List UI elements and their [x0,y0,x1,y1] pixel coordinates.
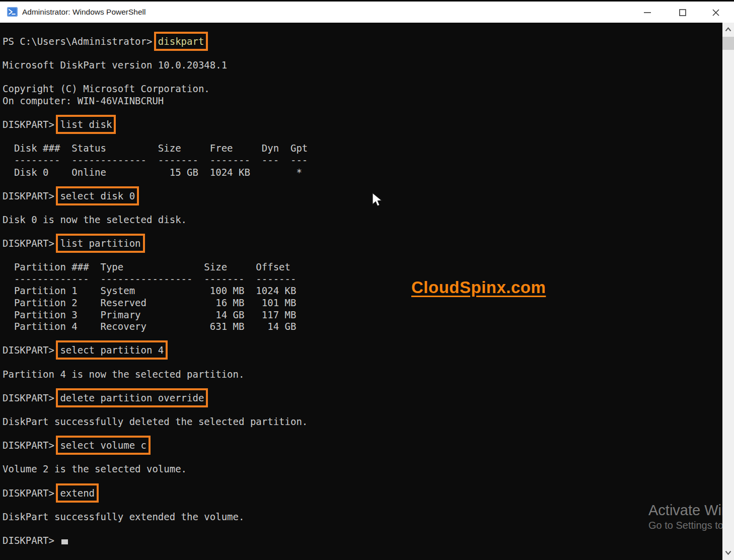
chevron-up-icon [725,27,731,32]
scroll-up-button[interactable] [722,24,734,36]
terminal-line: Disk 0 Online 15 GB 1024 KB * [3,167,308,179]
terminal-line: DISKPART> select disk 0 [3,190,308,202]
highlighted-command: diskpart [158,36,204,47]
terminal-line: Copyright (C) Microsoft Corporation. [3,83,308,95]
activate-windows-text: Activate Windows [648,502,734,519]
terminal-line: Disk 0 is now the selected disk. [3,214,308,226]
title-bar: Administrator: Windows PowerShell [0,2,734,23]
terminal-line: Partition ### Type Size Offset [3,261,308,273]
terminal-line: DISKPART> list partition [3,238,308,250]
terminal-line [3,499,308,511]
terminal-line [3,107,308,119]
terminal-line [3,226,308,238]
terminal-line: Microsoft DiskPart version 10.0.20348.1 [3,59,308,72]
scroll-down-button[interactable] [722,547,734,559]
terminal-line: Volume 2 is the selected volume. [3,463,308,475]
terminal-line [3,333,308,345]
terminal-line [3,72,308,84]
text-cursor [61,539,68,544]
terminal[interactable]: PS C:\Users\Administrator> diskpart Micr… [0,23,734,560]
terminal-line [3,404,308,416]
window-title: Administrator: Windows PowerShell [22,2,146,23]
activate-windows-subtext: Go to Settings to activate Windows. [648,520,734,531]
highlighted-command: select partition 4 [60,344,164,356]
terminal-line: DISKPART> delete partition override [3,392,308,404]
terminal-line: DISKPART> extend [3,487,308,500]
terminal-line: DiskPart successfully deleted the select… [3,416,308,428]
prompt: DISKPART> [3,440,60,451]
close-icon [712,9,720,17]
highlighted-command: extend [60,487,95,499]
highlighted-command: select volume c [60,440,146,451]
terminal-line: DISKPART> select partition 4 [3,344,308,357]
highlighted-command: select disk 0 [60,190,135,201]
scrollbar[interactable] [722,23,734,560]
terminal-line [3,202,308,214]
prompt: PS C:\Users\Administrator> [3,36,158,47]
highlighted-command: list disk [60,119,112,130]
terminal-line [3,452,308,464]
highlighted-command: list partition [60,238,140,249]
arrow-cursor-icon [372,192,384,211]
terminal-line [3,178,308,190]
maximize-button[interactable] [671,2,694,23]
prompt: DISKPART> [3,535,60,546]
terminal-line: -------- ------------- ------- ------- -… [3,155,308,167]
terminal-line [3,523,308,535]
terminal-line [3,357,308,369]
prompt: DISKPART> [3,392,60,403]
powershell-icon [7,7,18,17]
scrollbar-thumb[interactable] [722,37,734,50]
site-watermark: CloudSpinx.com [411,278,546,297]
terminal-line [3,48,308,60]
terminal-line: Partition 4 is now the selected partitio… [3,369,308,381]
terminal-line: DISKPART> select volume c [3,440,308,452]
highlighted-command: delete partition override [60,392,204,403]
terminal-line: Disk ### Status Size Free Dyn Gpt [3,143,308,155]
terminal-line: Partition 3 Primary 14 GB 117 MB [3,309,308,321]
chevron-down-icon [725,550,731,555]
terminal-output: PS C:\Users\Administrator> diskpart Micr… [3,36,308,547]
maximize-icon [679,9,687,17]
terminal-line [3,380,308,392]
terminal-line: Partition 2 Reserved 16 MB 101 MB [3,297,308,309]
prompt: DISKPART> [3,487,60,499]
terminal-line: DISKPART> list disk [3,119,308,131]
close-button[interactable] [704,2,727,23]
terminal-line: Partition 1 System 100 MB 1024 KB [3,285,308,297]
terminal-line: DISKPART> [3,535,308,547]
terminal-line: On computer: WIN-46VAINBCRUH [3,95,308,107]
prompt: DISKPART> [3,238,60,249]
terminal-line [3,131,308,143]
minimize-icon [643,9,651,17]
terminal-line: PS C:\Users\Administrator> diskpart [3,36,308,48]
prompt: DISKPART> [3,190,60,201]
prompt: DISKPART> [3,119,60,130]
terminal-line [3,250,308,262]
terminal-line [3,428,308,440]
terminal-line: DiskPart successfully extended the volum… [3,511,308,523]
minimize-button[interactable] [635,2,658,23]
terminal-line: Partition 4 Recovery 631 MB 14 GB [3,321,308,333]
terminal-line: ------------- ---------------- ------- -… [3,273,308,286]
terminal-line [3,475,308,487]
prompt: DISKPART> [3,344,60,356]
